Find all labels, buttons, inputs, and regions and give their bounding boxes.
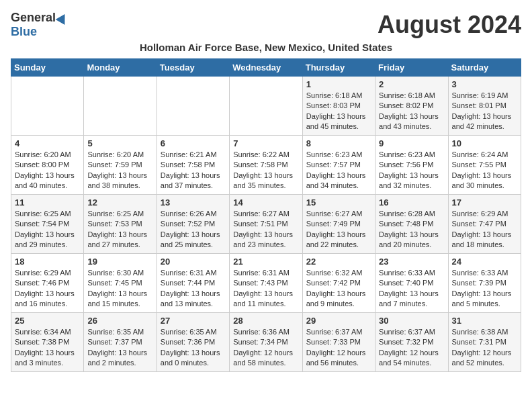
day-info: Sunrise: 6:33 AM Sunset: 7:39 PM Dayligh… [452, 268, 517, 310]
day-number: 22 [306, 257, 371, 267]
calendar-cell: 15Sunrise: 6:27 AM Sunset: 7:49 PM Dayli… [302, 195, 375, 254]
calendar-cell: 22Sunrise: 6:32 AM Sunset: 7:42 PM Dayli… [302, 254, 375, 313]
calendar-cell: 19Sunrise: 6:30 AM Sunset: 7:45 PM Dayli… [84, 254, 157, 313]
day-info: Sunrise: 6:32 AM Sunset: 7:42 PM Dayligh… [306, 268, 371, 310]
calendar-cell: 10Sunrise: 6:24 AM Sunset: 7:55 PM Dayli… [448, 136, 521, 195]
day-info: Sunrise: 6:27 AM Sunset: 7:49 PM Dayligh… [306, 209, 371, 250]
day-number: 7 [233, 138, 298, 148]
calendar-cell: 20Sunrise: 6:31 AM Sunset: 7:44 PM Dayli… [157, 254, 229, 313]
calendar-cell: 4Sunrise: 6:20 AM Sunset: 8:00 PM Daylig… [11, 136, 84, 195]
month-year-title: August 2024 [378, 11, 521, 39]
calendar-cell: 26Sunrise: 6:35 AM Sunset: 7:37 PM Dayli… [84, 313, 157, 372]
calendar-week-row: 4Sunrise: 6:20 AM Sunset: 8:00 PM Daylig… [11, 136, 521, 195]
day-info: Sunrise: 6:24 AM Sunset: 7:55 PM Dayligh… [452, 150, 517, 191]
day-info: Sunrise: 6:31 AM Sunset: 7:43 PM Dayligh… [233, 268, 298, 310]
day-info: Sunrise: 6:35 AM Sunset: 7:37 PM Dayligh… [87, 327, 152, 369]
calendar-body: 1Sunrise: 6:18 AM Sunset: 8:03 PM Daylig… [11, 77, 521, 372]
day-number: 13 [161, 197, 226, 208]
logo-general-text: General [11, 11, 56, 25]
day-info: Sunrise: 6:20 AM Sunset: 8:00 PM Dayligh… [15, 150, 80, 191]
calendar-week-row: 11Sunrise: 6:25 AM Sunset: 7:54 PM Dayli… [11, 195, 521, 254]
day-info: Sunrise: 6:30 AM Sunset: 7:45 PM Dayligh… [87, 268, 152, 310]
day-info: Sunrise: 6:20 AM Sunset: 7:59 PM Dayligh… [87, 150, 152, 191]
calendar-cell: 17Sunrise: 6:29 AM Sunset: 7:47 PM Dayli… [448, 195, 521, 254]
calendar-cell: 1Sunrise: 6:18 AM Sunset: 8:03 PM Daylig… [302, 77, 375, 136]
day-number: 25 [15, 316, 80, 326]
logo-blue-text: Blue [11, 25, 37, 39]
day-number: 16 [379, 197, 444, 208]
calendar-cell: 6Sunrise: 6:21 AM Sunset: 7:58 PM Daylig… [157, 136, 229, 195]
calendar-cell: 24Sunrise: 6:33 AM Sunset: 7:39 PM Dayli… [448, 254, 521, 313]
calendar-week-row: 18Sunrise: 6:29 AM Sunset: 7:46 PM Dayli… [11, 254, 521, 313]
calendar-cell: 2Sunrise: 6:18 AM Sunset: 8:02 PM Daylig… [375, 77, 448, 136]
day-info: Sunrise: 6:28 AM Sunset: 7:48 PM Dayligh… [379, 209, 444, 250]
day-number: 30 [379, 316, 444, 326]
day-info: Sunrise: 6:37 AM Sunset: 7:33 PM Dayligh… [306, 327, 371, 369]
calendar-cell: 21Sunrise: 6:31 AM Sunset: 7:43 PM Dayli… [230, 254, 302, 313]
calendar-cell: 8Sunrise: 6:23 AM Sunset: 7:57 PM Daylig… [302, 136, 375, 195]
day-number: 24 [452, 257, 517, 267]
day-info: Sunrise: 6:33 AM Sunset: 7:40 PM Dayligh… [379, 268, 444, 310]
calendar-week-row: 1Sunrise: 6:18 AM Sunset: 8:03 PM Daylig… [11, 77, 521, 136]
day-info: Sunrise: 6:18 AM Sunset: 8:02 PM Dayligh… [379, 91, 444, 132]
weekday-header-tuesday: Tuesday [157, 59, 229, 77]
day-number: 31 [452, 316, 517, 326]
day-info: Sunrise: 6:27 AM Sunset: 7:51 PM Dayligh… [233, 209, 298, 250]
day-info: Sunrise: 6:29 AM Sunset: 7:47 PM Dayligh… [452, 209, 517, 250]
weekday-header-monday: Monday [84, 59, 157, 77]
day-number: 14 [233, 197, 298, 208]
day-info: Sunrise: 6:25 AM Sunset: 7:54 PM Dayligh… [15, 209, 80, 250]
day-info: Sunrise: 6:36 AM Sunset: 7:34 PM Dayligh… [233, 327, 298, 369]
location-title: Holloman Air Force Base, New Mexico, Uni… [11, 42, 521, 53]
logo-triangle-icon [56, 11, 70, 24]
day-number: 20 [161, 257, 226, 267]
day-info: Sunrise: 6:29 AM Sunset: 7:46 PM Dayligh… [15, 268, 80, 310]
calendar-cell [11, 77, 84, 136]
day-number: 28 [233, 316, 298, 326]
calendar-cell: 29Sunrise: 6:37 AM Sunset: 7:33 PM Dayli… [302, 313, 375, 372]
weekday-header-friday: Friday [375, 59, 448, 77]
day-info: Sunrise: 6:26 AM Sunset: 7:52 PM Dayligh… [161, 209, 226, 250]
weekday-header-saturday: Saturday [448, 59, 521, 77]
day-info: Sunrise: 6:34 AM Sunset: 7:38 PM Dayligh… [15, 327, 80, 369]
day-number: 6 [161, 138, 226, 148]
day-info: Sunrise: 6:31 AM Sunset: 7:44 PM Dayligh… [161, 268, 226, 310]
calendar-cell [84, 77, 157, 136]
day-number: 17 [452, 197, 517, 208]
calendar-cell: 27Sunrise: 6:35 AM Sunset: 7:36 PM Dayli… [157, 313, 229, 372]
day-number: 21 [233, 257, 298, 267]
calendar-cell: 31Sunrise: 6:38 AM Sunset: 7:31 PM Dayli… [448, 313, 521, 372]
day-info: Sunrise: 6:21 AM Sunset: 7:58 PM Dayligh… [161, 150, 226, 191]
calendar-cell: 28Sunrise: 6:36 AM Sunset: 7:34 PM Dayli… [230, 313, 302, 372]
day-number: 9 [379, 138, 444, 148]
calendar-cell: 12Sunrise: 6:25 AM Sunset: 7:53 PM Dayli… [84, 195, 157, 254]
calendar-cell: 16Sunrise: 6:28 AM Sunset: 7:48 PM Dayli… [375, 195, 448, 254]
calendar-cell: 30Sunrise: 6:37 AM Sunset: 7:32 PM Dayli… [375, 313, 448, 372]
day-info: Sunrise: 6:23 AM Sunset: 7:56 PM Dayligh… [379, 150, 444, 191]
calendar-cell: 25Sunrise: 6:34 AM Sunset: 7:38 PM Dayli… [11, 313, 84, 372]
day-info: Sunrise: 6:22 AM Sunset: 7:58 PM Dayligh… [233, 150, 298, 191]
calendar-cell: 9Sunrise: 6:23 AM Sunset: 7:56 PM Daylig… [375, 136, 448, 195]
weekday-header-thursday: Thursday [302, 59, 375, 77]
day-number: 18 [15, 257, 80, 267]
calendar-cell: 23Sunrise: 6:33 AM Sunset: 7:40 PM Dayli… [375, 254, 448, 313]
day-number: 11 [15, 197, 80, 208]
calendar-header: SundayMondayTuesdayWednesdayThursdayFrid… [11, 59, 521, 77]
weekday-header-sunday: Sunday [11, 59, 84, 77]
day-number: 2 [379, 79, 444, 89]
day-number: 12 [87, 197, 152, 208]
day-number: 15 [306, 197, 371, 208]
day-number: 5 [87, 138, 152, 148]
calendar-cell: 11Sunrise: 6:25 AM Sunset: 7:54 PM Dayli… [11, 195, 84, 254]
day-number: 3 [452, 79, 517, 89]
day-number: 8 [306, 138, 371, 148]
day-info: Sunrise: 6:37 AM Sunset: 7:32 PM Dayligh… [379, 327, 444, 369]
day-number: 23 [379, 257, 444, 267]
calendar-cell: 7Sunrise: 6:22 AM Sunset: 7:58 PM Daylig… [230, 136, 302, 195]
day-number: 4 [15, 138, 80, 148]
calendar-table: SundayMondayTuesdayWednesdayThursdayFrid… [11, 58, 521, 372]
day-info: Sunrise: 6:23 AM Sunset: 7:57 PM Dayligh… [306, 150, 371, 191]
day-number: 10 [452, 138, 517, 148]
calendar-cell [157, 77, 229, 136]
day-number: 19 [87, 257, 152, 267]
